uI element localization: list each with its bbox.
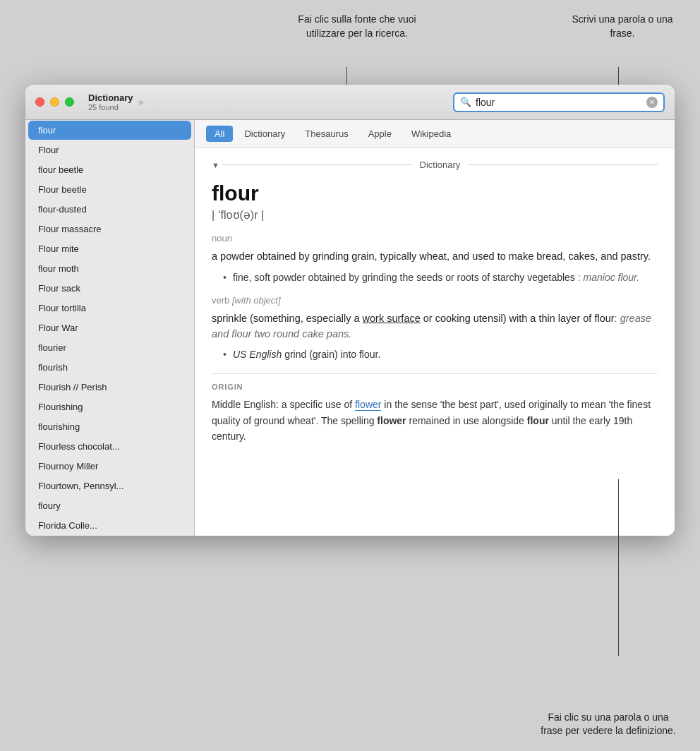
noun-bullet-1-colon: : xyxy=(578,272,584,283)
result-count: 25 found xyxy=(88,103,133,112)
tab-thesaurus[interactable]: Thesaurus xyxy=(296,126,356,142)
sidebar-item[interactable]: flourishing xyxy=(28,417,191,436)
annotation-top-center: Fai clic sulla fonte che vuoi utilizzare… xyxy=(279,13,435,40)
titlebar: Dictionary 25 found » 🔍 flour ✕ xyxy=(25,85,675,120)
verb-def-before: sprinkle (something, especially a xyxy=(212,313,363,324)
collapse-arrow-icon[interactable]: ▼ xyxy=(212,161,219,169)
tab-wikipedia[interactable]: Wikipedia xyxy=(403,126,459,142)
work-surface-link[interactable]: work surface xyxy=(363,313,421,324)
dictionary-section: ▼ Dictionary flour | ˈfloʊ(ə)r | noun a … xyxy=(195,148,675,536)
sidebar-item[interactable]: flour xyxy=(28,121,191,140)
sidebar-item[interactable]: Flourless chocolat... xyxy=(28,437,191,456)
section-title: Dictionary xyxy=(411,160,469,170)
origin-middle: remained in use alongside xyxy=(406,415,527,426)
pos-verb: verb [with object] xyxy=(212,295,658,306)
entry-word: flour xyxy=(212,181,658,205)
verb-colon: : xyxy=(615,313,620,324)
noun-bullet-1: fine, soft powder obtained by grinding t… xyxy=(223,270,658,285)
content-area: flourFlourflour beetleFlour beetleflour-… xyxy=(25,120,675,536)
sidebar-item[interactable]: Flour massacre xyxy=(28,220,191,239)
origin-text: Middle English: a specific use of flower… xyxy=(212,397,658,444)
tab-apple[interactable]: Apple xyxy=(360,126,400,142)
noun-definition: a powder obtained by grinding grain, typ… xyxy=(212,249,658,265)
sidebar-item[interactable]: Flour beetle xyxy=(28,180,191,199)
window-title-area: Dictionary 25 found xyxy=(88,92,133,112)
sidebar-item[interactable]: Florida Colle... xyxy=(28,516,191,535)
origin-section: ORIGIN Middle English: a specific use of… xyxy=(212,373,658,444)
minimize-button[interactable] xyxy=(50,97,59,107)
traffic-lights xyxy=(35,97,74,107)
annotation-bottom-right: Fai clic su una parola o una frase per v… xyxy=(538,711,679,738)
verb-bullet-1: US English grind (grain) into flour. xyxy=(223,347,658,362)
pos-noun: noun xyxy=(212,233,658,244)
origin-bold2: flour xyxy=(527,415,549,426)
noun-bullet-1-text: fine, soft powder obtained by grinding t… xyxy=(233,272,575,283)
verb-bullet-text: grind (grain) into flour. xyxy=(282,349,380,360)
sidebar-item[interactable]: flourier xyxy=(28,338,191,357)
origin-before-link: Middle English: a specific use of xyxy=(212,399,355,410)
section-header: ▼ Dictionary xyxy=(212,160,658,170)
dictionary-window: Dictionary 25 found » 🔍 flour ✕ flourFlo… xyxy=(25,85,675,536)
sidebar-item[interactable]: flour beetle xyxy=(28,160,191,179)
tab-dictionary[interactable]: Dictionary xyxy=(236,126,294,142)
sidebar-item[interactable]: Flourtown, Pennsyl... xyxy=(28,476,191,495)
origin-label: ORIGIN xyxy=(212,383,658,391)
verb-def-after: or cooking utensil) with a thin layer of… xyxy=(421,313,615,324)
sidebar-item[interactable]: Flour tortilla xyxy=(28,299,191,318)
verb-definition: sprinkle (something, especially a work s… xyxy=(212,311,658,342)
sidebar-item[interactable]: Flour mite xyxy=(28,239,191,258)
section-divider-right xyxy=(469,164,658,165)
sidebar-item[interactable]: flourish xyxy=(28,358,191,377)
close-button[interactable] xyxy=(35,97,44,107)
sidebar-item[interactable]: Flour sack xyxy=(28,279,191,298)
entry-pronunciation: | ˈfloʊ(ə)r | xyxy=(212,208,658,222)
tab-all[interactable]: All xyxy=(206,126,233,142)
verb-bullets: US English grind (grain) into flour. xyxy=(223,347,658,362)
main-content: AllDictionaryThesaurusAppleWikipedia ▼ D… xyxy=(195,120,675,536)
sidebar: flourFlourflour beetleFlour beetleflour-… xyxy=(25,120,195,536)
verb-bullet-qualifier: US English xyxy=(233,349,282,360)
window-title: Dictionary xyxy=(88,92,133,103)
sidebar-item[interactable]: Flour xyxy=(28,140,191,160)
sidebar-item[interactable]: flour-dusted xyxy=(28,200,191,219)
chevron-icon: » xyxy=(139,97,144,107)
tabs-bar: AllDictionaryThesaurusAppleWikipedia xyxy=(195,120,675,148)
sidebar-item[interactable]: Flourishing xyxy=(28,397,191,416)
sidebar-item[interactable]: Flourish // Perish xyxy=(28,378,191,397)
search-bar[interactable]: 🔍 flour ✕ xyxy=(453,92,665,112)
section-divider-left xyxy=(222,164,411,165)
sidebar-item[interactable]: Flour War xyxy=(28,318,191,337)
sidebar-item[interactable]: floury xyxy=(28,496,191,515)
search-input[interactable]: flour xyxy=(476,97,646,108)
search-icon: 🔍 xyxy=(460,97,471,107)
noun-bullet-1-example: manioc flour. xyxy=(584,272,640,283)
annotation-top-right: Scrivi una parola o una frase. xyxy=(566,13,679,40)
origin-bold1: flower xyxy=(377,415,406,426)
noun-bullets: fine, soft powder obtained by grinding t… xyxy=(223,270,658,285)
flower-link[interactable]: flower xyxy=(355,399,381,411)
maximize-button[interactable] xyxy=(65,97,74,107)
sidebar-item[interactable]: Flournoy Miller xyxy=(28,457,191,476)
annotation-line-bottom xyxy=(618,479,619,656)
search-clear-button[interactable]: ✕ xyxy=(646,97,658,108)
sidebar-item[interactable]: flour moth xyxy=(28,259,191,278)
